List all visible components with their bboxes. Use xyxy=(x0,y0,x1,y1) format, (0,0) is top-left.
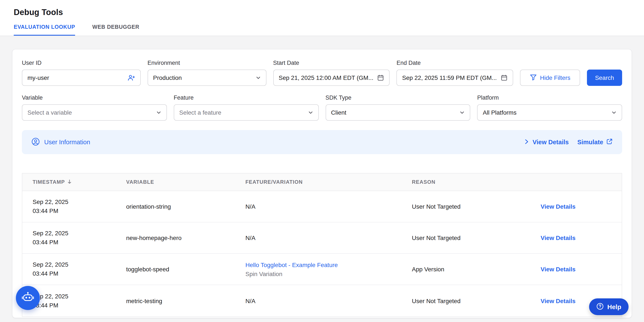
column-header-variable: VARIABLE xyxy=(126,179,246,185)
variable-cell: orientation-string xyxy=(126,203,246,210)
user-information-actions: View Details Simulate xyxy=(524,138,613,146)
variable-cell: togglebot-speed xyxy=(126,266,246,273)
chevron-down-icon xyxy=(156,110,161,115)
evaluations-table: TIMESTAMP VARIABLE FEATURE/VARIATION REA… xyxy=(22,173,622,317)
start-date-label: Start Date xyxy=(273,60,390,66)
sdk-type-select[interactable]: Client xyxy=(326,104,470,121)
calendar-icon[interactable] xyxy=(377,74,384,81)
user-id-label: User ID xyxy=(22,60,141,66)
timestamp-cell: Sep 22, 202503:44 PM xyxy=(32,197,126,215)
user-information-bar: User Information View Details Simulate xyxy=(22,130,622,154)
view-details-link[interactable]: View Details xyxy=(540,266,612,273)
filter-row-secondary: Variable Select a variable Feature Selec… xyxy=(22,95,622,121)
variable-label: Variable xyxy=(22,95,167,101)
add-user-icon[interactable] xyxy=(128,74,135,81)
platform-field: Platform All Platforms xyxy=(477,95,622,121)
chevron-right-icon xyxy=(524,138,530,146)
environment-select[interactable]: Production xyxy=(148,70,266,86)
timestamp-cell: Sep 22, 202503:44 PM xyxy=(32,229,126,247)
view-details-link[interactable]: View Details xyxy=(540,234,612,241)
feature-cell: N/A xyxy=(246,297,412,304)
calendar-icon[interactable] xyxy=(501,74,508,81)
feature-value: N/A xyxy=(246,203,412,210)
start-date-field: Start Date Sep 21, 2025 12:00 AM EDT (GM… xyxy=(273,60,390,86)
help-button[interactable]: Help xyxy=(589,298,628,315)
end-date-field: End Date Sep 22, 2025 11:59 PM EDT (GM..… xyxy=(397,60,513,86)
evaluation-lookup-card: User ID my-user Environment Production xyxy=(12,49,632,318)
simulate-button[interactable]: Simulate xyxy=(577,138,613,146)
user-id-input[interactable]: my-user xyxy=(22,70,141,86)
timestamp-cell: Sep 22, 202503:44 PM xyxy=(32,292,126,310)
view-details-link[interactable]: View Details xyxy=(540,203,612,210)
hide-filters-button[interactable]: Hide Filters xyxy=(520,70,580,86)
table-row: Sep 22, 202503:44 PM metric-testing N/A … xyxy=(22,285,622,316)
external-link-icon xyxy=(606,138,613,146)
chevron-down-icon xyxy=(256,75,261,80)
page-title: Debug Tools xyxy=(14,8,630,17)
page-header: Debug Tools EVALUATION LOOKUP WEB DEBUGG… xyxy=(0,0,644,36)
user-information-title: User Information xyxy=(44,139,90,146)
variation-label: Spin Variation xyxy=(246,269,412,278)
end-date-input[interactable]: Sep 22, 2025 11:59 PM EDT (GM... xyxy=(397,70,513,86)
table-row: Sep 22, 202503:44 PM orientation-string … xyxy=(22,191,622,222)
platform-select[interactable]: All Platforms xyxy=(477,104,622,121)
reason-cell: User Not Targeted xyxy=(412,297,540,304)
feature-placeholder: Select a feature xyxy=(179,109,222,116)
end-date-value: Sep 22, 2025 11:59 PM EDT (GM... xyxy=(402,74,497,81)
feature-field: Feature Select a feature xyxy=(174,95,319,121)
variable-cell: new-homepage-hero xyxy=(126,234,246,241)
chevron-down-icon xyxy=(612,110,616,115)
chevron-down-icon xyxy=(308,110,313,115)
end-date-label: End Date xyxy=(397,60,513,66)
filter-funnel-icon xyxy=(530,74,536,82)
help-label: Help xyxy=(607,303,621,310)
variable-cell: metric-testing xyxy=(126,297,246,304)
table-header-row: TIMESTAMP VARIABLE FEATURE/VARIATION REA… xyxy=(22,173,622,191)
sdk-type-value: Client xyxy=(331,109,346,116)
feature-select[interactable]: Select a feature xyxy=(174,104,319,121)
tab-web-debugger[interactable]: WEB DEBUGGER xyxy=(92,24,139,36)
reason-cell: User Not Targeted xyxy=(412,234,540,241)
timestamp-cell: Sep 22, 202503:44 PM xyxy=(32,260,126,278)
sdk-type-label: SDK Type xyxy=(326,95,470,101)
simulate-label: Simulate xyxy=(577,139,603,146)
environment-value: Production xyxy=(153,74,182,81)
table-row: Sep 22, 202503:44 PM new-homepage-hero N… xyxy=(22,222,622,254)
variable-placeholder: Select a variable xyxy=(28,109,72,116)
column-header-feature-variation: FEATURE/VARIATION xyxy=(246,179,412,185)
feature-value: N/A xyxy=(246,234,412,241)
start-date-input[interactable]: Sep 21, 2025 12:00 AM EDT (GM... xyxy=(273,70,390,86)
feature-cell: Hello Togglebot - Example Feature Spin V… xyxy=(246,260,412,278)
reason-cell: App Version xyxy=(412,266,540,273)
user-id-field: User ID my-user xyxy=(22,60,141,86)
environment-field: Environment Production xyxy=(148,60,266,86)
sort-descending-icon xyxy=(67,179,72,185)
view-details-label: View Details xyxy=(532,139,569,146)
user-circle-icon xyxy=(31,137,40,147)
reason-cell: User Not Targeted xyxy=(412,203,540,210)
platform-value: All Platforms xyxy=(483,109,516,116)
question-circle-icon xyxy=(596,302,604,311)
feature-cell: N/A xyxy=(246,234,412,241)
variable-select[interactable]: Select a variable xyxy=(22,104,167,121)
feature-link[interactable]: Hello Togglebot - Example Feature xyxy=(246,260,412,269)
environment-label: Environment xyxy=(148,60,266,66)
feature-value: N/A xyxy=(246,297,412,304)
column-header-timestamp[interactable]: TIMESTAMP xyxy=(32,179,126,185)
feature-cell: N/A xyxy=(246,203,412,210)
togglebot-button[interactable] xyxy=(16,286,40,310)
feature-label: Feature xyxy=(174,95,319,101)
search-button[interactable]: Search xyxy=(587,70,622,86)
hide-filters-label: Hide Filters xyxy=(540,74,570,81)
sdk-type-field: SDK Type Client xyxy=(326,95,470,121)
variable-field: Variable Select a variable xyxy=(22,95,167,121)
tab-evaluation-lookup[interactable]: EVALUATION LOOKUP xyxy=(14,24,75,36)
chevron-down-icon xyxy=(460,110,465,115)
robot-icon xyxy=(21,290,35,306)
user-information-toggle[interactable]: User Information xyxy=(31,137,90,147)
user-view-details-button[interactable]: View Details xyxy=(524,138,569,146)
user-id-value: my-user xyxy=(28,74,49,81)
start-date-value: Sep 21, 2025 12:00 AM EDT (GM... xyxy=(279,74,374,81)
filter-row-primary: User ID my-user Environment Production xyxy=(22,60,622,86)
debug-tools-page: Debug Tools EVALUATION LOOKUP WEB DEBUGG… xyxy=(0,0,644,322)
